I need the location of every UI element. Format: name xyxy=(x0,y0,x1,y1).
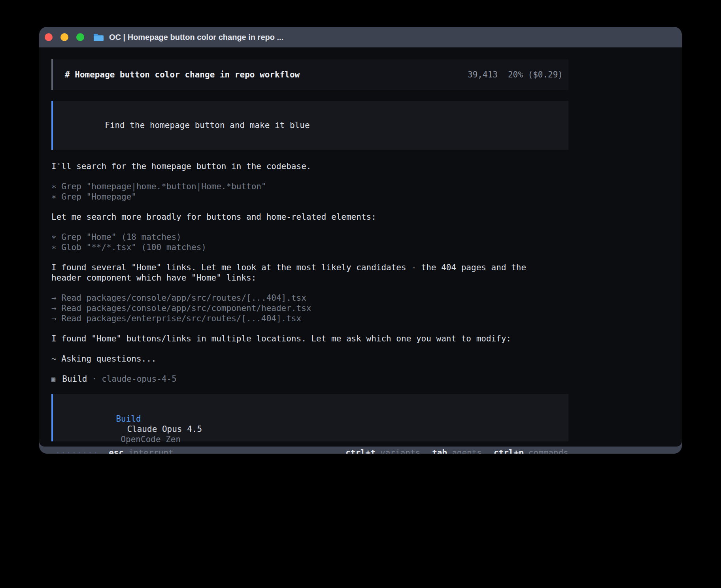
input-model-label: Claude Opus 4.5 xyxy=(127,424,202,434)
assistant-response: I'll search for the homepage button in t… xyxy=(51,161,568,384)
assistant-text-line: I'll search for the homepage button in t… xyxy=(51,161,568,172)
assistant-paragraph: I found "Home" buttons/links in multiple… xyxy=(51,334,568,344)
minimize-window-button[interactable] xyxy=(60,33,68,41)
model-info-line: Build Claude Opus 4.5 OpenCode Zen xyxy=(66,403,563,454)
esc-key-label: interrupt xyxy=(128,448,174,454)
ctrl-p-key-hint: ctrl+p xyxy=(494,448,524,454)
user-message: Find the homepage button and make it blu… xyxy=(51,101,568,150)
terminal-content: # Homepage button color change in repo w… xyxy=(39,47,682,447)
shortcut-agents: tab agents xyxy=(432,448,482,454)
tool-call-line: → Read packages/enterprise/src/routes/[.… xyxy=(51,313,568,324)
zoom-window-button[interactable] xyxy=(76,33,84,41)
session-header: # Homepage button color change in repo w… xyxy=(51,59,568,90)
assistant-paragraph: Let me search more broadly for buttons a… xyxy=(51,212,568,222)
agent-name: Build xyxy=(62,374,87,384)
assistant-status: ~ Asking questions... xyxy=(51,354,568,364)
token-count: 39,413 xyxy=(468,70,498,80)
commands-label: commands xyxy=(528,448,568,454)
tool-call-line: ∗ Grep "Homepage" xyxy=(51,192,568,202)
ctrl-t-key-hint: ctrl+t xyxy=(345,448,376,454)
assistant-paragraph: I'll search for the homepage button in t… xyxy=(51,161,568,172)
dot-separator: · xyxy=(92,374,97,384)
status-bar-right: ctrl+t variants tab agents ctrl+p comman… xyxy=(334,448,568,454)
shortcut-commands: ctrl+p commands xyxy=(494,448,568,454)
traffic-lights xyxy=(45,33,92,41)
tool-call-line: ∗ Glob "**/*.tsx" (100 matches) xyxy=(51,242,568,253)
user-message-text: Find the homepage button and make it blu… xyxy=(105,121,310,130)
tool-call-group: ∗ Grep "homepage|home.*button|Home.*butt… xyxy=(51,181,568,202)
assistant-text-line: header component which have "Home" links… xyxy=(51,273,568,283)
assistant-text-line: I found several "Home" links. Let me loo… xyxy=(51,262,568,273)
assistant-paragraph: I found several "Home" links. Let me loo… xyxy=(51,262,568,283)
terminal-window: OC | Homepage button color change in rep… xyxy=(39,27,682,454)
tool-call-line: → Read packages/console/app/src/componen… xyxy=(51,303,568,313)
tool-call-group: → Read packages/console/app/src/routes/[… xyxy=(51,293,568,324)
input-agent-label: Build xyxy=(116,414,141,424)
agent-model-name: claude-opus-4-5 xyxy=(102,374,177,384)
input-provider-label: OpenCode Zen xyxy=(121,435,181,444)
tool-call-line: → Read packages/console/app/src/routes/[… xyxy=(51,293,568,303)
folder-icon xyxy=(93,33,104,41)
close-window-button[interactable] xyxy=(45,33,53,41)
context-usage: 20% ($0.29) xyxy=(508,70,563,80)
variants-label: variants xyxy=(380,448,420,454)
asking-questions-status: ~ Asking questions... xyxy=(51,354,568,364)
tab-key-hint: tab xyxy=(432,448,447,454)
status-bar-left: ········ esc interrupt xyxy=(51,448,174,454)
shortcut-variants: ctrl+t variants xyxy=(345,448,420,454)
prompt-input[interactable]: Build Claude Opus 4.5 OpenCode Zen xyxy=(51,394,568,441)
session-metrics: 39,413 20% ($0.29) xyxy=(468,70,563,80)
window-titlebar[interactable]: OC | Homepage button color change in rep… xyxy=(39,27,682,47)
window-title: OC | Homepage button color change in rep… xyxy=(109,33,283,42)
agent-status-line: ▣ Build · claude-opus-4-5 xyxy=(51,374,568,384)
esc-key-hint: esc xyxy=(109,448,124,454)
tool-call-line: ∗ Grep "Home" (18 matches) xyxy=(51,232,568,242)
session-title: # Homepage button color change in repo w… xyxy=(65,70,300,80)
spinner-dots: ········ xyxy=(55,448,98,454)
tool-call-group: ∗ Grep "Home" (18 matches) ∗ Glob "**/*.… xyxy=(51,232,568,253)
agent-square-icon: ▣ xyxy=(51,374,55,384)
tool-call-line: ∗ Grep "homepage|home.*button|Home.*butt… xyxy=(51,181,568,192)
agents-label: agents xyxy=(452,448,482,454)
assistant-text-line: Let me search more broadly for buttons a… xyxy=(51,212,568,222)
assistant-text-line: I found "Home" buttons/links in multiple… xyxy=(51,334,568,344)
